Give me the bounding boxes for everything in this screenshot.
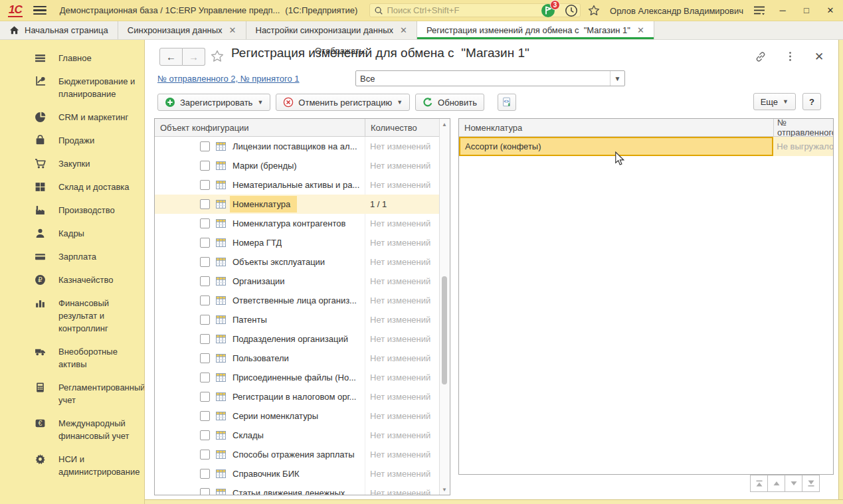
- row-checkbox[interactable]: [200, 315, 210, 325]
- tab-close-icon[interactable]: ✕: [229, 26, 236, 35]
- row-checkbox[interactable]: [200, 469, 210, 479]
- notifications-icon[interactable]: 3: [541, 3, 555, 18]
- config-object-row[interactable]: Объекты эксплуатации Нет изменений: [155, 252, 440, 272]
- row-checkbox[interactable]: [200, 161, 210, 171]
- maximize-button[interactable]: □: [799, 4, 814, 17]
- catalog-grid-icon: [216, 161, 226, 170]
- row-checkbox[interactable]: [200, 392, 210, 402]
- config-object-row[interactable]: Статьи движения денежных... Нет изменени…: [155, 483, 440, 495]
- sidebar-item[interactable]: НСИ и администрирование: [0, 448, 144, 483]
- move-top-button[interactable]: [750, 475, 768, 492]
- tab[interactable]: Синхронизация данных ✕: [118, 21, 246, 39]
- close-form-icon[interactable]: ✕: [813, 50, 825, 62]
- column-header-sent-number[interactable]: № отправленного: [773, 119, 833, 136]
- config-object-row[interactable]: Марки (бренды) Нет изменений: [155, 156, 440, 175]
- sidebar-item[interactable]: Закупки: [0, 152, 144, 175]
- history-icon[interactable]: [565, 4, 578, 17]
- sidebar-item[interactable]: Зарплата: [0, 245, 144, 268]
- column-header-object[interactable]: Объект конфигурации: [155, 119, 365, 136]
- column-header-count[interactable]: Количество: [365, 119, 440, 136]
- sidebar-item[interactable]: Кадры: [0, 222, 144, 245]
- chevron-down-icon[interactable]: ▼: [610, 71, 624, 86]
- config-object-row[interactable]: Способы отражения зарплаты Нет изменений: [155, 445, 440, 464]
- sidebar-item[interactable]: Продажи: [0, 129, 144, 152]
- help-button[interactable]: ?: [802, 93, 821, 110]
- config-object-count: Нет изменений: [370, 411, 430, 421]
- main-menu-icon[interactable]: [33, 6, 47, 15]
- scroll-up-icon[interactable]: ▲: [440, 120, 449, 129]
- sidebar-item[interactable]: Бюджетирование и планирование: [0, 70, 144, 106]
- row-checkbox[interactable]: [200, 353, 210, 363]
- config-object-row[interactable]: Серии номенклатуры Нет изменений: [155, 406, 440, 426]
- row-checkbox[interactable]: [200, 257, 210, 267]
- row-checkbox[interactable]: [200, 180, 210, 190]
- move-up-button[interactable]: [767, 475, 785, 492]
- more-options-dots-icon[interactable]: [784, 50, 796, 62]
- message-counters-link[interactable]: № отправленного 2, № принятого 1: [157, 74, 300, 84]
- scrollbar-thumb[interactable]: [442, 276, 447, 384]
- config-object-row[interactable]: Справочник БИК Нет изменений: [155, 464, 440, 483]
- add-to-favorites-star-icon[interactable]: [210, 49, 225, 64]
- config-object-row[interactable]: Организации Нет изменений: [155, 272, 440, 291]
- display-filter-select[interactable]: Все ▼: [355, 70, 625, 86]
- registered-item-row[interactable]: Ассорти (конфеты) Не выгружалось: [459, 137, 833, 156]
- move-bottom-button[interactable]: [802, 475, 820, 492]
- sidebar-item[interactable]: Производство: [0, 199, 144, 222]
- export-changes-button[interactable]: <>: [498, 94, 516, 111]
- row-checkbox[interactable]: [200, 276, 210, 286]
- config-object-row[interactable]: Склады Нет изменений: [155, 426, 440, 445]
- config-object-row[interactable]: Номенклатура контрагентов Нет изменений: [155, 214, 440, 233]
- refresh-button[interactable]: Обновить: [415, 94, 484, 111]
- cancel-registration-button[interactable]: Отменить регистрацию ▼: [276, 94, 410, 111]
- config-object-row[interactable]: Номенклатура 1 / 1: [155, 195, 440, 214]
- config-object-row[interactable]: Регистрации в налоговом орг... Нет измен…: [155, 387, 440, 406]
- sidebar-item[interactable]: Главное: [0, 46, 144, 70]
- config-object-row[interactable]: Номера ГТД Нет изменений: [155, 233, 440, 252]
- config-object-row[interactable]: Патенты Нет изменений: [155, 310, 440, 329]
- row-checkbox[interactable]: [200, 430, 210, 440]
- row-checkbox[interactable]: [200, 334, 210, 344]
- row-checkbox[interactable]: [200, 411, 210, 421]
- user-name[interactable]: Орлов Александр Владимирович: [610, 6, 743, 16]
- minimize-button[interactable]: ─: [775, 4, 790, 17]
- forward-button[interactable]: →: [183, 48, 205, 66]
- tab[interactable]: Начальная страница: [0, 21, 118, 39]
- close-window-button[interactable]: ✕: [823, 4, 838, 17]
- row-checkbox[interactable]: [200, 450, 210, 460]
- favorites-star-icon[interactable]: [587, 4, 601, 17]
- tab-close-icon[interactable]: ✕: [637, 26, 644, 35]
- sidebar-item[interactable]: Финансовый результат и контроллинг: [0, 292, 144, 340]
- sidebar-item[interactable]: € Международный финансовый учет: [0, 412, 144, 448]
- sidebar-item[interactable]: Внеоборотные активы: [0, 340, 144, 376]
- tab[interactable]: Регистрация изменений для обмена с "Мага…: [417, 21, 654, 39]
- column-header-nomenclature[interactable]: Номенклатура: [459, 119, 773, 136]
- row-checkbox[interactable]: [200, 218, 210, 228]
- registered-item-name[interactable]: Ассорти (конфеты): [459, 137, 773, 156]
- sidebar-item[interactable]: Склад и доставка: [0, 175, 144, 199]
- config-object-row[interactable]: Пользователи Нет изменений: [155, 349, 440, 368]
- back-button[interactable]: ←: [159, 48, 183, 66]
- row-checkbox[interactable]: [200, 199, 210, 209]
- scroll-down-icon[interactable]: ▼: [440, 485, 449, 494]
- more-actions-button[interactable]: Еще ▼: [753, 93, 796, 110]
- config-object-row[interactable]: Ответственные лица организ... Нет измене…: [155, 291, 440, 310]
- config-object-row[interactable]: Подразделения организаций Нет изменений: [155, 329, 440, 349]
- get-link-icon[interactable]: [755, 50, 767, 62]
- sidebar-item[interactable]: ₽ Казначейство: [0, 268, 144, 292]
- row-checkbox[interactable]: [200, 141, 210, 151]
- move-down-button[interactable]: [785, 475, 802, 492]
- row-checkbox[interactable]: [200, 238, 210, 248]
- config-object-row[interactable]: Лицензии поставщиков на ал... Нет измене…: [155, 137, 440, 156]
- service-menu-icon[interactable]: [753, 4, 766, 17]
- register-button[interactable]: Зарегистрировать ▼: [157, 94, 270, 111]
- config-object-row[interactable]: Нематериальные активы и ра... Нет измене…: [155, 175, 440, 195]
- sidebar-item[interactable]: Регламентированный учет: [0, 376, 144, 412]
- config-object-row[interactable]: Присоединенные файлы (Но... Нет изменени…: [155, 368, 440, 387]
- tab-close-icon[interactable]: ✕: [400, 26, 407, 35]
- vertical-scrollbar[interactable]: ▲ ▼: [439, 119, 450, 495]
- sidebar-item[interactable]: CRM и маркетинг: [0, 106, 144, 129]
- tab[interactable]: Настройки синхронизации данных ✕: [246, 21, 417, 39]
- row-checkbox[interactable]: [200, 488, 210, 495]
- row-checkbox[interactable]: [200, 373, 210, 382]
- row-checkbox[interactable]: [200, 295, 210, 305]
